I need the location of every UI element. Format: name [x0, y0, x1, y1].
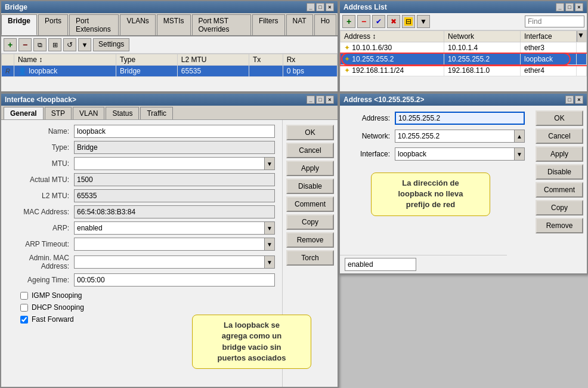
- addr-copy-button[interactable]: ⊟: [402, 15, 415, 28]
- addr-detail-main: Address: Network: ▲ Interface: ▼ La dire: [340, 106, 587, 273]
- name-label: Name:: [8, 127, 74, 136]
- tab-ports[interactable]: Ports: [38, 14, 68, 35]
- name-input[interactable]: [74, 125, 275, 138]
- l2mtu-input[interactable]: [74, 189, 275, 202]
- tab-general[interactable]: General: [4, 107, 44, 119]
- tab-vlan[interactable]: VLAN: [73, 107, 104, 119]
- remove-button[interactable]: −: [18, 38, 32, 51]
- disable-button[interactable]: Disable: [286, 178, 334, 194]
- table-row[interactable]: ✦ 10.255.255.2 10.255.255.2 loopback: [341, 54, 587, 65]
- arp-timeout-arrow-button[interactable]: ▼: [264, 238, 275, 251]
- add-button[interactable]: +: [4, 38, 17, 51]
- remove-button[interactable]: Remove: [286, 232, 334, 248]
- arp-timeout-input[interactable]: [74, 238, 264, 251]
- fast-forward-label[interactable]: Fast Forward: [32, 315, 74, 324]
- addr-network-arrow-button[interactable]: ▲: [514, 130, 525, 143]
- igmp-checkbox[interactable]: [20, 292, 28, 300]
- bridge-minimize-button[interactable]: _: [307, 3, 315, 11]
- addr-disable-button[interactable]: Disable: [536, 164, 583, 180]
- cancel-button[interactable]: Cancel: [286, 143, 334, 158]
- iface-close-button[interactable]: ×: [326, 96, 334, 104]
- copy-button[interactable]: Copy: [286, 214, 334, 230]
- actual-mtu-input[interactable]: [74, 173, 275, 186]
- addr-interface-input[interactable]: [395, 147, 514, 161]
- addr-status-input[interactable]: [345, 258, 416, 271]
- tab-port-extensions[interactable]: Port Extensions: [69, 14, 119, 35]
- col-tx[interactable]: Tx: [249, 54, 283, 66]
- ok-button[interactable]: OK: [286, 125, 334, 140]
- addr-col-address[interactable]: Address ↕: [341, 31, 444, 42]
- arp-input[interactable]: [74, 221, 264, 235]
- tab-stp[interactable]: STP: [45, 107, 72, 119]
- addr-col-interface[interactable]: Interface: [521, 31, 577, 42]
- tab-filters[interactable]: Filters: [252, 14, 285, 35]
- table-row[interactable]: ✦ 192.168.11.1/24 192.168.11.0 ether4: [341, 65, 587, 76]
- addr-detail-close-button[interactable]: ×: [575, 96, 583, 104]
- addr-list-title: Address List: [343, 3, 387, 11]
- addr-list-close-button[interactable]: ×: [575, 3, 583, 11]
- tab-ho[interactable]: Ho: [314, 14, 336, 35]
- iface-minimize-button[interactable]: _: [307, 96, 315, 104]
- col-l2mtu[interactable]: L2 MTU: [177, 54, 249, 66]
- addr-enable-button[interactable]: ✔: [372, 15, 385, 28]
- row-type: Bridge: [116, 66, 178, 77]
- igmp-label[interactable]: IGMP Snooping: [32, 291, 82, 300]
- addr-list-maximize-button[interactable]: □: [565, 3, 574, 11]
- addr-apply-button[interactable]: Apply: [536, 146, 583, 162]
- addr-interface-arrow-button[interactable]: ▼: [514, 147, 525, 161]
- mtu-arrow-button[interactable]: ▼: [264, 157, 275, 170]
- mtu-input[interactable]: [74, 157, 264, 170]
- reset-button[interactable]: ↺: [63, 38, 76, 51]
- bridge-titlebar: Bridge _ □ ×: [1, 1, 338, 13]
- addr-ok-button[interactable]: OK: [536, 110, 583, 126]
- col-rx[interactable]: Rx: [283, 54, 337, 66]
- col-type[interactable]: Type: [116, 54, 178, 66]
- admin-mac-input[interactable]: [74, 255, 264, 269]
- bridge-maximize-button[interactable]: □: [316, 3, 324, 11]
- addr-detail-maximize-button[interactable]: □: [565, 96, 574, 104]
- tab-traffic[interactable]: Traffic: [140, 107, 173, 119]
- form-row-actual-mtu: Actual MTU:: [8, 173, 275, 186]
- dhcp-label[interactable]: DHCP Snooping: [32, 303, 84, 312]
- addr-remove-button[interactable]: Remove: [536, 218, 583, 233]
- tab-vlans[interactable]: VLANs: [120, 14, 155, 35]
- filter-button[interactable]: ▼: [78, 38, 91, 51]
- torch-button[interactable]: Torch: [286, 250, 334, 266]
- bridge-close-button[interactable]: ×: [326, 3, 334, 11]
- tab-nat[interactable]: NAT: [286, 14, 313, 35]
- apply-button[interactable]: Apply: [286, 161, 334, 176]
- tab-bridge[interactable]: Bridge: [1, 14, 37, 35]
- addr-address-input[interactable]: [395, 112, 525, 125]
- addr-list-minimize-button[interactable]: _: [556, 3, 564, 11]
- addr-remove-button[interactable]: −: [357, 15, 370, 28]
- copy-button[interactable]: ⧉: [33, 38, 47, 51]
- addr-col-network[interactable]: Network: [444, 31, 521, 42]
- addr-search-input[interactable]: [525, 16, 584, 27]
- addr-add-button[interactable]: +: [342, 15, 355, 28]
- table-row[interactable]: ✦ 10.10.1.6/30 10.10.1.4 ether3: [341, 42, 587, 54]
- arp-label: ARP:: [8, 224, 74, 232]
- paste-button[interactable]: ⊞: [48, 38, 61, 51]
- arp-arrow-button[interactable]: ▼: [264, 221, 275, 235]
- comment-button[interactable]: Comment: [286, 196, 334, 212]
- addr-copy-button[interactable]: Copy: [536, 200, 583, 215]
- addr-filter-button[interactable]: ▼: [417, 15, 430, 28]
- col-name[interactable]: Name ↕: [14, 54, 116, 66]
- settings-button[interactable]: Settings: [93, 38, 129, 51]
- mac-input[interactable]: [74, 205, 275, 218]
- tab-port-mst-overrides[interactable]: Port MST Overrides: [192, 14, 251, 35]
- iface-maximize-button[interactable]: □: [316, 96, 324, 104]
- tab-status[interactable]: Status: [106, 107, 139, 119]
- fast-forward-checkbox[interactable]: [20, 316, 28, 324]
- addr-network-input[interactable]: [395, 130, 514, 143]
- dhcp-checkbox[interactable]: [20, 304, 28, 312]
- form-row-name: Name:: [8, 125, 275, 138]
- admin-mac-arrow-button[interactable]: ▼: [264, 255, 275, 269]
- table-row[interactable]: R 👤 loopback Bridge 65535 0 bps: [2, 66, 338, 77]
- ageing-input[interactable]: [74, 273, 275, 287]
- type-input[interactable]: [74, 141, 275, 154]
- addr-disable-button[interactable]: ✖: [387, 15, 400, 28]
- tab-mstis[interactable]: MSTIs: [157, 14, 191, 35]
- addr-cancel-button[interactable]: Cancel: [536, 128, 583, 144]
- addr-comment-button[interactable]: Comment: [536, 182, 583, 198]
